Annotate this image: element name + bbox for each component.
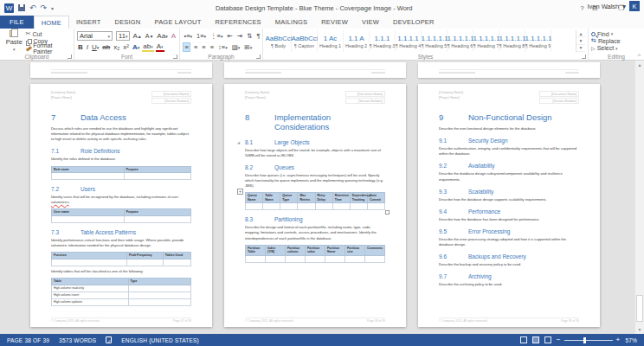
tab-mailings[interactable]: MAILINGS	[268, 16, 314, 29]
avatar[interactable]: K	[629, 1, 640, 11]
collapse-ribbon-icon[interactable]: ^	[638, 53, 641, 59]
table-cell[interactable]	[52, 259, 127, 266]
table-cell[interactable]	[306, 255, 325, 262]
sort-button[interactable]: ⇅	[246, 31, 254, 41]
styles-more-icon[interactable]: ▼	[576, 45, 585, 52]
table-cell[interactable]	[298, 203, 315, 210]
table-cell[interactable]	[315, 203, 332, 210]
multilevel-list-button[interactable]: ⋮≡▾	[209, 31, 224, 41]
table-cell[interactable]	[246, 203, 263, 210]
table-cell[interactable]	[126, 259, 163, 266]
cut-button[interactable]: ✂Cut	[26, 30, 71, 37]
style--heading-5[interactable]: 1.1.1.1.1¶ Heading 5	[422, 30, 448, 52]
style--heading-3[interactable]: 1.1.1¶ Heading 3	[370, 30, 396, 52]
paste-button[interactable]: Paste ▾	[3, 30, 26, 52]
increase-indent-button[interactable]: ⇥	[235, 31, 243, 41]
align-center-button[interactable]: ≡	[192, 42, 198, 52]
grow-font-button[interactable]: A▲	[132, 32, 142, 40]
help-icon[interactable]: ?	[580, 4, 583, 12]
align-right-button[interactable]: ≡	[201, 42, 207, 52]
table-cell[interactable]	[163, 259, 190, 266]
table-cell[interactable]	[286, 255, 306, 262]
table-cell[interactable]: High-volume insert	[52, 292, 129, 298]
tab-review[interactable]: REVIEW	[314, 16, 355, 29]
italic-button[interactable]: I	[86, 43, 89, 51]
word-count[interactable]: 3573 WORDS	[59, 337, 96, 343]
tab-references[interactable]: REFERENCES	[209, 16, 268, 29]
style--heading-6[interactable]: 1.1.1.1.1.1¶ Heading 6	[448, 30, 473, 52]
font-name-select[interactable]: Arial▾	[77, 31, 113, 41]
table-cell[interactable]	[52, 173, 125, 180]
clear-formatting-button[interactable]: A	[171, 32, 177, 40]
scrollbar-thumb[interactable]	[636, 295, 643, 322]
page-indicator[interactable]: PAGE 38 OF 39	[7, 337, 49, 343]
table-cell[interactable]	[325, 255, 345, 262]
find-button[interactable]: Find▾	[591, 30, 641, 37]
tab-page-layout[interactable]: PAGE LAYOUT	[148, 16, 209, 29]
undo-icon[interactable]: ↶	[29, 4, 36, 12]
show-formatting-marks-button[interactable]: ¶	[255, 31, 261, 41]
underline-button[interactable]: U▾	[91, 43, 100, 51]
decrease-indent-button[interactable]: ⇤	[226, 31, 234, 41]
paragraph-dialog-launcher-icon[interactable]	[256, 54, 261, 59]
document-page[interactable]: [Company Name][Project Name][Document Na…	[30, 84, 212, 327]
table-cell[interactable]	[365, 255, 385, 262]
print-layout-icon[interactable]	[532, 336, 539, 343]
user-name[interactable]: Ivan Walsh	[587, 3, 619, 10]
styles-scroll-up-icon[interactable]: ▲	[576, 30, 585, 37]
styles-dialog-launcher-icon[interactable]	[582, 54, 586, 59]
scroll-down-icon[interactable]: ▼	[635, 325, 644, 334]
tab-home[interactable]: HOME	[34, 16, 69, 29]
vertical-scrollbar[interactable]: ▲ ▼	[634, 61, 644, 334]
select-button[interactable]: ▷Select▾	[591, 45, 641, 52]
tab-insert[interactable]: INSERT	[69, 16, 108, 29]
save-icon[interactable]	[18, 4, 25, 11]
tab-file[interactable]: FILE	[0, 16, 34, 29]
text-effects-button[interactable]: A▾	[132, 43, 140, 51]
table-cell[interactable]	[124, 215, 190, 222]
style--heading-7[interactable]: 1.1.1.1.1¶ Heading 7	[473, 30, 499, 52]
language-indicator[interactable]: ENGLISH (UNITED STATES)	[121, 337, 199, 343]
font-color-button[interactable]: A▾	[156, 42, 164, 52]
borders-button[interactable]: ⊞▾	[243, 42, 254, 52]
table-cell[interactable]	[345, 255, 365, 262]
table-cell[interactable]	[128, 292, 190, 298]
zoom-slider[interactable]	[564, 340, 613, 341]
table-cell[interactable]	[128, 285, 190, 292]
numbering-button[interactable]: 1≡▾	[196, 31, 208, 41]
document-page[interactable]: [Company Name][Project Name][Document Na…	[224, 84, 406, 327]
read-mode-icon[interactable]	[520, 336, 527, 343]
clipboard-dialog-launcher-icon[interactable]	[68, 54, 72, 59]
style--heading-9[interactable]: 1.1.1.1.1.¶ Heading 9	[525, 30, 551, 52]
line-spacing-button[interactable]: ↕≡▾	[217, 42, 229, 52]
zoom-slider-thumb[interactable]	[583, 337, 586, 343]
style--heading-4[interactable]: 1.1.1.1¶ Heading 4	[396, 30, 422, 52]
text-highlight-button[interactable]: ab▾	[142, 42, 153, 52]
table-move-handle-icon[interactable]: +	[237, 189, 243, 195]
table-cell[interactable]	[367, 203, 384, 210]
zoom-in-icon[interactable]: +	[616, 336, 621, 343]
table-cell[interactable]	[124, 173, 190, 180]
align-left-button[interactable]: ≡	[183, 42, 190, 52]
tab-design[interactable]: DESIGN	[108, 16, 148, 29]
table-cell[interactable]	[246, 255, 266, 262]
table-cell[interactable]	[52, 215, 125, 222]
web-layout-icon[interactable]	[544, 336, 551, 343]
table-resize-handle[interactable]	[385, 210, 390, 215]
format-painter-button[interactable]: Format Painter	[26, 45, 71, 52]
table-cell[interactable]: High-volume updates	[52, 298, 129, 305]
table-cell[interactable]	[280, 203, 298, 210]
change-case-button[interactable]: Aa▾	[156, 32, 168, 40]
table-cell[interactable]	[128, 298, 190, 305]
styles-scroll-down-icon[interactable]: ▼	[576, 37, 585, 44]
document-page[interactable]: [Company Name][Project Name][Document Na…	[418, 84, 600, 327]
shading-button[interactable]: ▨▾	[230, 42, 242, 52]
strikethrough-button[interactable]: ab	[101, 43, 111, 51]
redo-icon[interactable]: ↷	[41, 4, 48, 12]
replace-button[interactable]: ⇆Replace	[591, 37, 641, 44]
table-cell[interactable]	[332, 203, 350, 210]
style-heading-2[interactable]: 1.1 AHeading 2	[344, 30, 370, 52]
table-cell[interactable]	[263, 203, 280, 210]
tab-developer[interactable]: DEVELOPER	[386, 16, 441, 29]
scroll-up-icon[interactable]: ▲	[635, 61, 644, 69]
